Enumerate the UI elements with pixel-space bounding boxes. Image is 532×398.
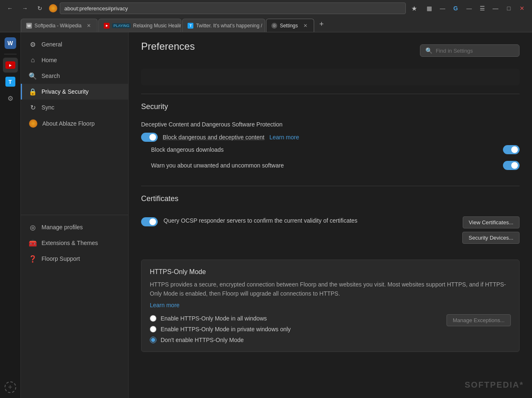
tab-youtube[interactable]: ▶ PLAYING Relaxing Music Healing Stress.…	[98, 19, 181, 32]
https-options: Enable HTTPS-Only Mode in all windows En…	[150, 315, 291, 343]
v-separator-1	[4, 54, 17, 54]
cert-buttons: View Certificates... Security Devices...	[462, 216, 520, 244]
certificates-title: Certificates	[141, 194, 520, 206]
ocsp-slider	[141, 217, 158, 226]
sidebar-item-general[interactable]: ⚙ General	[21, 36, 128, 52]
minimize-button[interactable]: —	[490, 2, 501, 14]
warn-unwanted-toggle[interactable]	[503, 161, 520, 170]
g-icon[interactable]: G	[450, 2, 461, 14]
https-option-all-label: Enable HTTPS-Only Mode in all windows	[161, 315, 267, 322]
section-divider-certs	[141, 186, 520, 186]
tab-youtube-label: Relaxing Music Healing Stress...	[133, 23, 182, 29]
sidebar-item-privacy[interactable]: 🔒 Privacy & Security	[21, 84, 128, 100]
block-content-toggle[interactable]	[141, 133, 158, 142]
block-downloads-toggle[interactable]	[503, 145, 520, 154]
v-icon-twitter[interactable]: T	[3, 74, 18, 89]
v-icon-w[interactable]: W	[3, 36, 18, 51]
deceptive-content-group: Deceptive Content and Dangerous Software…	[141, 121, 520, 173]
main-content: Preferences 🔍 Security Deceptive Content…	[129, 32, 532, 398]
bookmark-star-icon[interactable]: ★	[408, 2, 420, 14]
back-button[interactable]: ←	[4, 2, 16, 14]
settings-sidebar: ⚙ General ⌂ Home 🔍 Search 🔒 Privacy & Se…	[21, 32, 129, 398]
new-tab-button[interactable]: +	[316, 19, 327, 30]
browser-titlebar: ← → ↻ ★ ▦ ⸻ G ⸻ ☰ — □ ✕	[0, 0, 532, 17]
warn-unwanted-row: Warn you about unwanted and uncommon sof…	[141, 158, 520, 173]
sidebar-item-about[interactable]: About Ablaze Floorp	[21, 115, 128, 132]
https-radio-private[interactable]	[150, 326, 156, 332]
tab-twitter[interactable]: T Twitter. It's what's happening / ✕	[182, 19, 265, 32]
manage-exceptions-button[interactable]: Manage Exceptions...	[447, 314, 511, 326]
previous-section-remnant	[141, 69, 520, 85]
tab-wikipedia-close[interactable]: ✕	[85, 22, 92, 29]
sidebar-bottom: ◎ Manage profiles 🧰 Extensions & Themes …	[21, 215, 128, 271]
tab-twitter-favicon: T	[188, 23, 193, 29]
https-option-private-label: Enable HTTPS-Only Mode in private window…	[161, 326, 291, 332]
ocsp-left: Query OCSP responder servers to confirm …	[141, 216, 454, 226]
lock-icon: 🔒	[29, 88, 37, 95]
close-button[interactable]: ✕	[516, 2, 528, 14]
main-layout: W T ⚙ + ⚙ General ⌂ Home 🔍 Search	[0, 32, 532, 398]
certificates-section: Certificates Query OCSP responder server…	[141, 194, 520, 247]
tab-settings-close[interactable]: ✕	[302, 22, 309, 29]
https-radio-all[interactable]	[150, 315, 156, 322]
downloads-icon[interactable]: ⸻	[437, 2, 448, 14]
app-logo-icon	[49, 4, 57, 12]
tab-youtube-favicon: ▶	[104, 23, 110, 29]
block-content-learn-more[interactable]: Learn more	[269, 134, 299, 141]
sidebar-item-support-label: Floorp Support	[41, 255, 80, 262]
menu-icon[interactable]: ☰	[476, 2, 488, 14]
window-controls: ← → ↻	[4, 2, 46, 14]
sidebar-item-profiles-label: Manage profiles	[41, 224, 83, 231]
ocsp-toggle[interactable]	[141, 217, 158, 226]
forward-button[interactable]: →	[19, 2, 31, 14]
profiles-icon: ◎	[29, 223, 37, 231]
extensions-puzzle-icon: 🧰	[29, 239, 37, 247]
address-input[interactable]	[60, 2, 406, 14]
sidebar-item-extensions-label: Extensions & Themes	[41, 240, 98, 246]
v-icon-settings[interactable]: ⚙	[3, 91, 18, 106]
sync-icon: ↻	[29, 104, 37, 111]
maximize-button[interactable]: □	[503, 2, 515, 14]
reload-button[interactable]: ↻	[34, 2, 46, 14]
sidebar-item-sync[interactable]: ↻ Sync	[21, 100, 128, 115]
scroll-content: Preferences 🔍 Security Deceptive Content…	[141, 41, 520, 369]
sidebar-item-search[interactable]: 🔍 Search	[21, 68, 128, 84]
w-logo: W	[5, 37, 16, 49]
https-learn-more[interactable]: Learn more	[150, 302, 511, 308]
settings-icon: ⚙	[5, 93, 15, 103]
tab-wikipedia[interactable]: W Softpedia - Wikipedia ✕	[21, 19, 98, 32]
security-section-title: Security	[141, 102, 520, 114]
extensions-icon[interactable]: ⸻	[463, 2, 475, 14]
v-icon-add[interactable]: +	[3, 380, 18, 395]
sidebar-item-support[interactable]: ❓ Floorp Support	[21, 251, 128, 267]
tab-bar: W Softpedia - Wikipedia ✕ ▶ PLAYING Rela…	[0, 17, 532, 32]
https-title: HTTPS-Only Mode	[150, 268, 511, 276]
tab-settings[interactable]: ⚙ Settings ✕	[266, 19, 314, 32]
block-content-label: Block dangerous and deceptive content	[163, 134, 264, 141]
section-divider-top	[141, 94, 520, 94]
vertical-sidebar: W T ⚙ +	[0, 32, 21, 398]
overview-icon[interactable]: ▦	[423, 2, 435, 14]
sidebar-item-search-label: Search	[41, 73, 60, 79]
https-radio-disable[interactable]	[150, 337, 156, 343]
view-certificates-button[interactable]: View Certificates...	[463, 216, 520, 228]
tab-youtube-badge: PLAYING	[112, 23, 130, 28]
sidebar-item-profiles[interactable]: ◎ Manage profiles	[21, 219, 128, 235]
help-icon: ❓	[29, 255, 37, 262]
ocsp-row: Query OCSP responder servers to confirm …	[141, 213, 520, 247]
find-search-icon: 🔍	[425, 47, 432, 54]
page-title: Preferences	[141, 41, 195, 52]
v-icon-youtube[interactable]	[3, 58, 18, 73]
sidebar-item-about-label: About Ablaze Floorp	[42, 120, 95, 127]
ocsp-label: Query OCSP responder servers to confirm …	[164, 216, 357, 225]
block-downloads-slider	[503, 145, 520, 154]
block-content-row: Block dangerous and deceptive content Le…	[141, 133, 520, 142]
sidebar-item-extensions[interactable]: 🧰 Extensions & Themes	[21, 235, 128, 251]
tab-settings-favicon: ⚙	[271, 23, 277, 29]
find-settings-input[interactable]	[436, 48, 514, 54]
https-option-all: Enable HTTPS-Only Mode in all windows	[150, 315, 291, 322]
sidebar-item-home[interactable]: ⌂ Home	[21, 52, 128, 68]
security-devices-button[interactable]: Security Devices...	[462, 232, 520, 244]
https-option-private: Enable HTTPS-Only Mode in private window…	[150, 326, 291, 332]
home-icon: ⌂	[29, 56, 37, 64]
